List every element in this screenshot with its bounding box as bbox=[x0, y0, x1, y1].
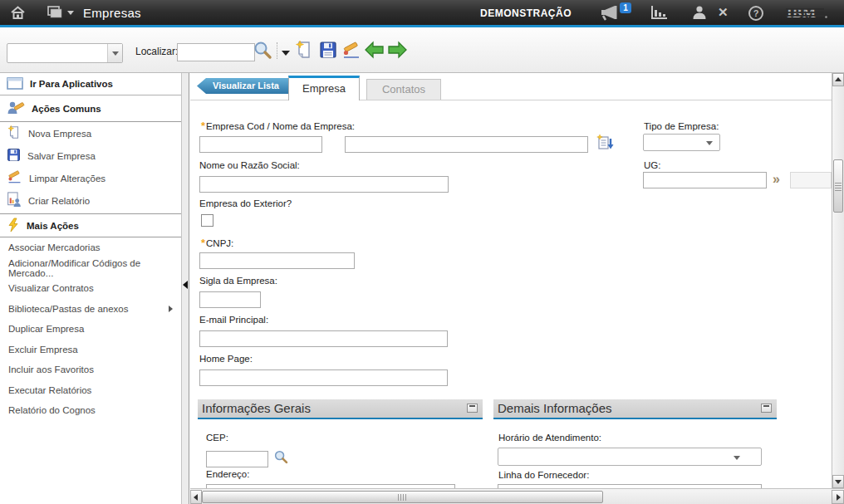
tab-empresa[interactable]: Empresa bbox=[288, 76, 360, 100]
tipo-empresa-label: Tipo de Empresa: bbox=[644, 121, 719, 131]
app-switcher-caret-icon[interactable] bbox=[67, 11, 74, 15]
collapse-section-icon[interactable] bbox=[467, 404, 478, 413]
sidebar-goto-label: Ir Para Aplicativos bbox=[30, 79, 113, 89]
sidebar-item-ir-para-aplicativos[interactable]: Ir Para Aplicativos bbox=[0, 73, 181, 95]
empresa-cod-input[interactable] bbox=[199, 136, 322, 153]
search-icon[interactable] bbox=[253, 40, 273, 64]
cep-input[interactable] bbox=[206, 451, 268, 467]
environment-label: DEMONSTRAÇÃO bbox=[480, 7, 572, 19]
nome-razao-input[interactable] bbox=[199, 176, 449, 193]
sidebar-item-relatorio-do-cognos[interactable]: Relatório do Cognos bbox=[0, 400, 181, 421]
clear-changes-icon bbox=[7, 170, 22, 186]
email-input[interactable] bbox=[199, 330, 448, 347]
sigla-label: Sigla da Empresa: bbox=[199, 276, 277, 286]
common-actions-title: Ações Comuns bbox=[32, 104, 101, 114]
required-marker: * bbox=[201, 120, 205, 132]
sidebar-item-associar-mercadorias[interactable]: Associar Mercadorias bbox=[0, 237, 181, 258]
sidebar-item-label: Associar Mercadorias bbox=[8, 242, 101, 252]
application-window: Empresas DEMONSTRAÇÃO 1 ✕ ? IBM bbox=[0, 0, 844, 504]
main-content: Visualizar Lista Empresa Contatos *Empre… bbox=[190, 73, 832, 488]
quick-nav-select[interactable] bbox=[7, 43, 123, 63]
sidebar-item-label: Salvar Empresa bbox=[27, 151, 96, 161]
user-profile-icon[interactable] bbox=[691, 5, 708, 23]
sidebar-item-label: Criar Relatório bbox=[28, 196, 90, 206]
close-icon[interactable]: ✕ bbox=[718, 5, 729, 20]
sidebar-item-label: Biblioteca/Pastas de anexos bbox=[8, 304, 128, 314]
section-title: Informações Gerais bbox=[202, 401, 311, 415]
endereco-label: Endereço: bbox=[206, 469, 249, 479]
new-document-icon bbox=[7, 125, 22, 142]
scroll-right-button[interactable] bbox=[832, 490, 844, 504]
sigla-input[interactable] bbox=[199, 291, 261, 308]
ibm-logo: IBM bbox=[786, 4, 829, 24]
save-icon[interactable] bbox=[319, 41, 337, 62]
new-record-icon[interactable] bbox=[294, 40, 314, 63]
exterior-label: Empresa do Exterior? bbox=[199, 198, 292, 208]
reports-chart-icon[interactable] bbox=[650, 5, 669, 23]
quick-toolbar: Localizar: bbox=[0, 27, 844, 73]
sidebar-item-nova-empresa[interactable]: Nova Empresa bbox=[0, 122, 181, 144]
tab-label: Empresa bbox=[302, 82, 346, 95]
back-arrow-icon[interactable] bbox=[364, 41, 385, 62]
tipo-empresa-select[interactable] bbox=[643, 134, 720, 151]
vertical-scrollbar[interactable] bbox=[832, 73, 844, 488]
email-label: E-mail Principal: bbox=[199, 315, 268, 325]
save-icon bbox=[7, 148, 21, 164]
ug-input[interactable] bbox=[643, 172, 767, 188]
search-options-caret-icon[interactable] bbox=[282, 51, 290, 56]
left-sidebar: Ir Para Aplicativos Ações Comuns Nova Em… bbox=[0, 73, 181, 504]
top-header-bar: Empresas DEMONSTRAÇÃO 1 ✕ ? IBM bbox=[0, 0, 844, 27]
sidebar-item-label: Relatório do Cognos bbox=[8, 405, 96, 415]
tabstrip-divider bbox=[190, 100, 832, 100]
horizontal-scrollbar[interactable] bbox=[190, 488, 844, 504]
help-icon[interactable]: ? bbox=[748, 6, 763, 21]
collapse-section-icon[interactable] bbox=[761, 404, 772, 413]
exterior-checkbox[interactable] bbox=[201, 214, 213, 227]
sidebar-item-label: Nova Empresa bbox=[28, 129, 91, 139]
sidebar-item-label: Visualizar Contratos bbox=[8, 283, 94, 293]
sidebar-item-criar-relatorio[interactable]: Criar Relatório bbox=[0, 189, 181, 212]
scroll-up-button[interactable] bbox=[832, 73, 844, 86]
sidebar-item-adicionar-modificar-codigos[interactable]: Adicionar/Modificar Códigos de Mercado..… bbox=[0, 258, 181, 279]
announcements-icon[interactable] bbox=[600, 4, 620, 24]
sidebar-item-excluir-empresa[interactable]: Excluir Empresa bbox=[0, 340, 181, 360]
select-caret-icon bbox=[734, 456, 740, 460]
forward-arrow-icon[interactable] bbox=[387, 41, 408, 62]
back-button-label: Visualizar Lista bbox=[213, 81, 279, 91]
pick-from-list-icon[interactable] bbox=[596, 134, 615, 155]
clear-changes-icon[interactable] bbox=[341, 42, 361, 63]
sidebar-item-visualizar-contratos[interactable]: Visualizar Contratos bbox=[0, 278, 181, 299]
horario-select[interactable] bbox=[498, 448, 762, 466]
sidebar-splitter[interactable] bbox=[181, 73, 189, 504]
section-header-mais-acoes: Mais Ações bbox=[0, 215, 181, 237]
submenu-arrow-icon bbox=[169, 306, 173, 312]
horizontal-scroll-thumb[interactable] bbox=[202, 491, 603, 503]
home-icon[interactable] bbox=[10, 5, 26, 23]
ug-lookup-icon[interactable]: » bbox=[773, 172, 780, 187]
scroll-left-button[interactable] bbox=[190, 490, 202, 504]
localizar-input[interactable] bbox=[177, 43, 255, 61]
sidebar-item-limpar-alteracoes[interactable]: Limpar Alterações bbox=[0, 167, 181, 189]
more-actions-title: Mais Ações bbox=[27, 221, 79, 231]
section-demais-informacoes: Demais Informações bbox=[493, 399, 777, 419]
tab-contatos[interactable]: Contatos bbox=[366, 79, 441, 100]
app-switcher-icon[interactable] bbox=[47, 6, 66, 22]
sidebar-item-incluir-aos-favoritos[interactable]: Incluir aos Favoritos bbox=[0, 360, 181, 380]
quick-nav-caret-icon[interactable] bbox=[107, 44, 122, 62]
empresa-nome-input[interactable] bbox=[345, 136, 588, 153]
notification-badge: 1 bbox=[620, 2, 631, 13]
required-marker: * bbox=[201, 237, 205, 249]
sidebar-item-duplicar-empresa[interactable]: Duplicar Empresa bbox=[0, 319, 181, 340]
sidebar-item-executar-relatorios[interactable]: Executar Relatórios bbox=[0, 380, 181, 401]
sidebar-item-label: Adicionar/Modificar Códigos de Mercado..… bbox=[8, 258, 181, 278]
sidebar-item-biblioteca-pastas-anexos[interactable]: Biblioteca/Pastas de anexos bbox=[0, 299, 181, 320]
cnpj-input[interactable] bbox=[199, 252, 355, 269]
visualizar-lista-button[interactable]: Visualizar Lista bbox=[197, 78, 288, 94]
homepage-input[interactable] bbox=[199, 369, 448, 386]
collapse-sidebar-icon[interactable] bbox=[183, 281, 188, 289]
vertical-scroll-thumb[interactable] bbox=[833, 159, 843, 213]
scroll-down-button[interactable] bbox=[832, 475, 844, 488]
sidebar-item-salvar-empresa[interactable]: Salvar Empresa bbox=[0, 144, 181, 167]
cep-search-icon[interactable] bbox=[273, 449, 289, 468]
section-informacoes-gerais: Informações Gerais bbox=[198, 399, 483, 419]
